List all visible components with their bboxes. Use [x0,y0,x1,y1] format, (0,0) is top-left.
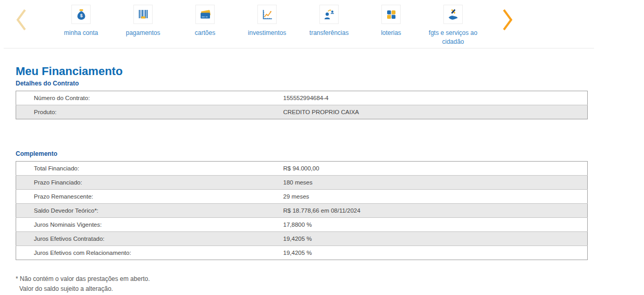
nav-item-label: loterias [381,29,401,38]
nav-item-label: investimentos [248,29,286,38]
row-value: 19,4205 % [283,246,588,260]
chevron-left-icon [15,26,28,33]
chevron-right-icon [501,26,514,33]
nav-item-label: cartões [195,29,215,38]
table-row: Produto: CREDITO PROPRIO CAIXA [16,105,588,119]
footnote-line-2: Valor do saldo sujeito a alteração. [16,284,588,294]
clover-icon [381,5,401,24]
nav-item-label: transferências [309,29,349,38]
carousel-prev-button[interactable] [15,8,28,33]
nav-item-loterias[interactable]: loterias [360,5,422,47]
table-row: Prazo Financiado: 180 meses [16,176,588,190]
services-carousel: $ minha conta paga [0,0,644,48]
footnote-line-1: * Não contém o valor das prestações em a… [16,274,588,284]
investment-chart-icon [257,5,277,24]
table-row: Juros Nominais Vigentes: 17,8800 % [16,218,588,232]
contrato-table: Número do Contrato: 155552994684-4 Produ… [16,91,588,119]
nav-item-label: pagamentos [126,29,160,38]
section-detalhes-contrato: Detalhes do Contrato Número do Contrato:… [16,80,588,119]
section-heading-contrato: Detalhes do Contrato [16,80,588,87]
section-heading-complemento: Complemento [16,150,588,157]
row-label: Número do Contrato: [16,91,283,105]
svg-text:$: $ [80,13,82,18]
credit-cards-icon [195,5,215,24]
table-row: Número do Contrato: 155552994684-4 [16,91,588,105]
row-value: 155552994684-4 [283,91,588,105]
row-label: Juros Nominais Vigentes: [16,218,283,232]
carousel-divider [4,48,594,48]
row-label: Total Financiado: [16,162,283,176]
nav-item-label: minha conta [64,29,98,38]
table-row: Saldo Devedor Teórico*: R$ 18.778,66 em … [16,204,588,218]
row-value: 29 meses [283,190,588,204]
nav-item-label: fgts e serviços ao cidadão [424,29,482,47]
table-row: Juros Efetivos com Relacionamento: 19,42… [16,246,588,260]
financing-details-panel: Meu Financiamento Detalhes do Contrato N… [16,65,588,293]
row-label: Prazo Remanescente: [16,190,283,204]
row-label: Juros Efetivos Contratado: [16,232,283,246]
table-row: Prazo Remanescente: 29 meses [16,190,588,204]
row-value: CREDITO PROPRIO CAIXA [283,105,588,119]
row-label: Produto: [16,105,283,119]
nav-item-cartoes[interactable]: cartões [174,5,236,47]
money-bag-icon: $ [71,5,91,24]
table-row: Juros Efetivos Contratado: 19,4205 % [16,232,588,246]
transfer-people-icon [319,5,339,24]
nav-item-minha-conta[interactable]: $ minha conta [50,5,112,47]
row-value: R$ 94.000,00 [283,162,588,176]
row-label: Saldo Devedor Teórico*: [16,204,283,218]
row-label: Juros Efetivos com Relacionamento: [16,246,283,260]
section-complemento: Complemento Total Financiado: R$ 94.000,… [16,150,588,260]
nav-item-fgts[interactable]: fgts e serviços ao cidadão [422,5,484,47]
nav-item-investimentos[interactable]: investimentos [236,5,298,47]
row-value: 180 meses [283,176,588,190]
row-label: Prazo Financiado: [16,176,283,190]
row-value: R$ 18.778,66 em 08/11/2024 [283,204,588,218]
fgts-hand-icon [443,5,463,24]
carousel-next-button[interactable] [501,8,514,33]
barcode-icon [133,5,153,24]
row-value: 17,8800 % [283,218,588,232]
nav-item-pagamentos[interactable]: pagamentos [112,5,174,47]
nav-item-transferencias[interactable]: transferências [298,5,360,47]
complemento-table: Total Financiado: R$ 94.000,00 Prazo Fin… [16,161,588,260]
page-title: Meu Financiamento [16,65,588,78]
carousel-items: $ minha conta paga [50,5,484,47]
row-value: 19,4205 % [283,232,588,246]
table-row: Total Financiado: R$ 94.000,00 [16,162,588,176]
footnote: * Não contém o valor das prestações em a… [16,274,588,293]
